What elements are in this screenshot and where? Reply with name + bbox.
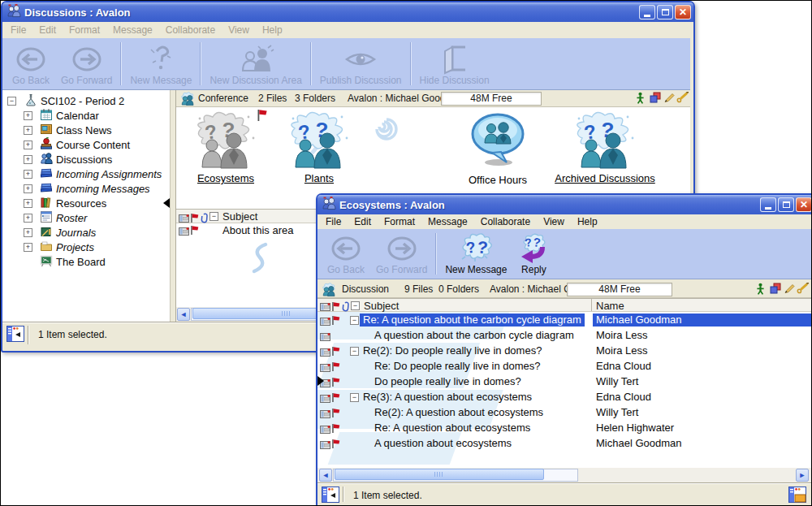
message-author[interactable]: Helen Highwater <box>596 422 674 434</box>
collapse-box[interactable]: − <box>7 97 16 106</box>
message-row[interactable]: A question about ecosystemsMichael Goodm… <box>317 436 811 452</box>
expand-box[interactable]: + <box>24 111 32 120</box>
discussions-titlebar[interactable]: Discussions : Avalon ✕ <box>2 2 693 22</box>
collapse-thread-box[interactable]: − <box>350 347 359 356</box>
message-subject[interactable]: Re: A question about ecosystems <box>374 422 530 434</box>
tree-item-resources[interactable]: + Resources <box>24 196 106 210</box>
horizontal-scrollbar[interactable]: ◄ ► <box>317 468 811 482</box>
expand-box[interactable]: + <box>24 155 32 164</box>
message-column-header[interactable]: − Subject Name <box>317 298 811 312</box>
toolbar: Go BackGo Forward??New Message??Reply <box>317 229 811 279</box>
list-item[interactable]: About this area <box>222 224 293 236</box>
menu-collaborate[interactable]: Collaborate <box>474 214 537 229</box>
close-button[interactable]: ✕ <box>796 197 812 212</box>
maximize-button[interactable] <box>778 197 794 212</box>
collapse-all-box[interactable]: − <box>209 212 218 221</box>
message-subject[interactable]: A question about the carbon cycle diagra… <box>374 329 574 341</box>
message-subject[interactable]: Re(2): A question about ecosystems <box>374 406 543 418</box>
collapse-right-icon[interactable] <box>317 376 324 386</box>
expand-box[interactable]: + <box>24 141 32 149</box>
message-author[interactable]: Moira Less <box>596 344 648 357</box>
tree-item-journals[interactable]: + Journals <box>24 225 96 240</box>
tree-item-incoming-assignments[interactable]: + Incoming Assignments <box>24 167 162 181</box>
tree-item-label: Journals <box>56 227 96 239</box>
minimize-button[interactable] <box>639 5 655 19</box>
gold-pen-icon[interactable] <box>676 92 689 106</box>
expand-box[interactable]: + <box>24 184 32 193</box>
menu-edit[interactable]: Edit <box>348 214 378 229</box>
message-author[interactable]: Edna Cloud <box>596 360 651 372</box>
menu-file[interactable]: File <box>319 214 348 229</box>
minimize-button[interactable] <box>760 197 776 212</box>
tree-item-course-content[interactable]: + Course Content <box>24 137 130 152</box>
view-grid-icon[interactable] <box>788 487 806 506</box>
message-subject[interactable]: Do people really live in domes? <box>374 375 521 387</box>
menu-format[interactable]: Format <box>378 214 421 229</box>
message-author[interactable]: Willy Tert <box>596 406 638 418</box>
close-button[interactable]: ✕ <box>675 5 691 19</box>
message-author[interactable]: Michael Goodman <box>593 314 811 327</box>
message-row[interactable]: A question about the carbon cycle diagra… <box>317 328 811 344</box>
menu-message[interactable]: Message <box>421 214 474 229</box>
tree-item-incoming-messages[interactable]: + Incoming Messages <box>24 181 150 196</box>
desktop-icon-plants[interactable]: ??Plants <box>270 110 368 184</box>
menu-view[interactable]: View <box>537 214 571 229</box>
message-author[interactable]: Moira Less <box>596 329 648 341</box>
scroll-left-button[interactable]: ◄ <box>319 469 332 482</box>
pencil-icon[interactable] <box>663 92 675 106</box>
tree-item-discussions[interactable]: + Discussions <box>24 152 112 167</box>
message-author[interactable]: Michael Goodman <box>596 437 682 449</box>
expand-box[interactable]: + <box>24 126 32 135</box>
tree-item-roster[interactable]: + Roster <box>24 210 87 225</box>
message-row[interactable]: −Re(3): A question about ecosystemsEdna … <box>317 390 811 405</box>
expand-box[interactable]: + <box>24 199 32 208</box>
toolbar-new-message[interactable]: ??New Message <box>439 229 512 279</box>
message-subject[interactable]: Re(2): Do people really live in domes? <box>363 344 542 357</box>
gold-pen-icon[interactable] <box>797 283 810 297</box>
message-subject[interactable]: Re: A question about the carbon cycle di… <box>360 314 585 327</box>
expand-box[interactable]: + <box>24 170 32 179</box>
window-status-icon[interactable] <box>322 487 339 506</box>
message-row[interactable]: −Re(2): Do people really live in domes?M… <box>317 344 811 359</box>
tree-item-class-news[interactable]: + Class News <box>24 123 112 137</box>
maximize-button[interactable] <box>657 5 673 19</box>
ecosystems-titlebar[interactable]: Ecosystems : Avalon ✕ <box>317 195 812 214</box>
expand-box[interactable]: + <box>24 228 32 237</box>
pages-icon[interactable] <box>650 92 661 106</box>
menu-help[interactable]: Help <box>571 214 604 229</box>
message-subject[interactable]: Re(3): A question about ecosystems <box>363 391 532 403</box>
expand-box[interactable]: + <box>24 243 32 252</box>
tree-root[interactable]: − SCI102 - Period 2 <box>7 93 124 108</box>
tree-item-the-board[interactable]: The Board <box>24 254 106 269</box>
green-person-icon[interactable] <box>756 283 765 298</box>
message-row[interactable]: Re: Do people really live in domes?Edna … <box>317 359 811 374</box>
collapse-all-box[interactable]: − <box>351 301 360 310</box>
message-row[interactable]: Do people really live in domes?Willy Ter… <box>317 374 811 390</box>
message-row[interactable]: Re(2): A question about ecosystemsWilly … <box>317 405 811 421</box>
expand-box[interactable]: + <box>24 214 32 223</box>
toolbar-reply[interactable]: ??Reply <box>512 229 555 279</box>
message-row[interactable]: −Re: A question about the carbon cycle d… <box>317 313 811 328</box>
pages-icon[interactable] <box>770 283 781 297</box>
message-subject[interactable]: A question about ecosystems <box>374 437 512 449</box>
collapse-thread-box[interactable]: − <box>350 316 359 325</box>
tree-splitter[interactable] <box>170 90 176 322</box>
desktop-icon-archived-discussions[interactable]: ??Archived Discussions <box>520 110 690 184</box>
tree-item-projects[interactable]: + Projects <box>24 240 94 254</box>
collapse-thread-box[interactable]: − <box>350 393 359 402</box>
scroll-left-button[interactable]: ◄ <box>177 308 190 321</box>
green-person-icon[interactable] <box>636 92 645 107</box>
message-subject[interactable]: Re: Do people really live in domes? <box>374 360 541 372</box>
collapse-left-icon[interactable] <box>163 198 170 208</box>
tree-item-calendar[interactable]: + Calendar <box>24 108 99 123</box>
new-message-icon: ?? <box>460 233 492 264</box>
window-status-icon[interactable] <box>6 326 24 345</box>
message-author[interactable]: Willy Tert <box>596 375 638 387</box>
desktop-icon-ecosystems[interactable]: ??Ecosystems <box>177 110 274 184</box>
scroll-right-button[interactable]: ► <box>796 469 809 482</box>
scrollbar-thumb[interactable] <box>335 469 544 480</box>
message-author[interactable]: Edna Cloud <box>596 391 651 403</box>
message-row[interactable]: Re: A question about ecosystemsHelen Hig… <box>317 421 811 436</box>
pencil-icon[interactable] <box>784 283 795 297</box>
roster-icon <box>40 210 53 226</box>
